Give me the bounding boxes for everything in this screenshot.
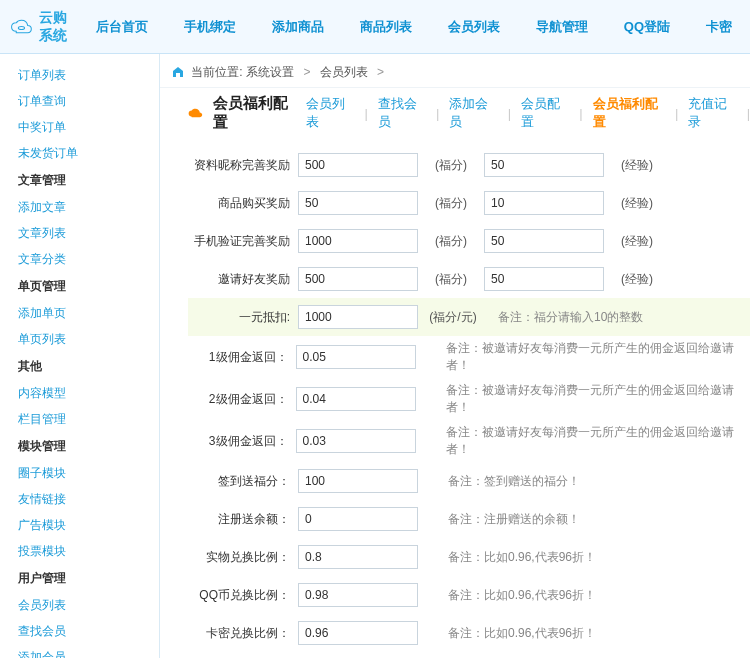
unit-label: (经验) (604, 233, 670, 250)
sidebar-item[interactable]: 会员列表 (18, 592, 159, 618)
sidebar-category: 单页管理 (18, 272, 159, 300)
topnav-item[interactable]: 商品列表 (342, 0, 430, 54)
sidebar-item[interactable]: 添加会员 (18, 644, 159, 658)
topnav-item[interactable]: 会员列表 (430, 0, 518, 54)
field-label: 实物兑换比例： (188, 549, 298, 566)
form-row: 3级佣金返回：备注：被邀请好友每消费一元所产生的佣金返回给邀请者！ (188, 420, 750, 462)
unit-label: (福分) (418, 195, 484, 212)
input-value[interactable] (296, 429, 416, 453)
input-fufen[interactable] (298, 191, 418, 215)
crumb-prefix: 当前位置: (191, 65, 242, 79)
form-row-highlight: 一元抵扣:(福分/元)备注：福分请输入10的整数 (188, 298, 750, 336)
field-label: 邀请好友奖励 (188, 271, 298, 288)
panel-tab[interactable]: 查找会员 (378, 95, 426, 131)
form-row: 手机验证完善奖励(福分)(经验) (188, 222, 750, 260)
input-fufen[interactable] (298, 153, 418, 177)
form-row: 商品购买奖励(福分)(经验) (188, 184, 750, 222)
field-label: 1级佣金返回： (188, 349, 296, 366)
input-jingyan[interactable] (484, 229, 604, 253)
field-note: 备注：比如0.96,代表96折！ (418, 587, 596, 604)
topnav-item[interactable]: 添加商品 (254, 0, 342, 54)
input-value[interactable] (296, 387, 416, 411)
panel-tab[interactable]: 会员福利配置 (593, 95, 665, 131)
unit-label: (福分) (418, 271, 484, 288)
sidebar-category: 模块管理 (18, 432, 159, 460)
form-row: 邀请好友奖励(福分)(经验) (188, 260, 750, 298)
input-value[interactable] (298, 469, 418, 493)
form-row: 注册送余额：备注：注册赠送的余额！ (188, 500, 750, 538)
input-value[interactable] (298, 583, 418, 607)
sidebar-item[interactable]: 添加文章 (18, 194, 159, 220)
form-row: 资料昵称完善奖励(福分)(经验) (188, 146, 750, 184)
sidebar-item[interactable]: 订单查询 (18, 88, 159, 114)
top-nav: 后台首页手机绑定添加商品商品列表会员列表导航管理QQ登陆卡密 (78, 0, 750, 54)
field-label: 2级佣金返回： (188, 391, 296, 408)
input-jingyan[interactable] (484, 191, 604, 215)
input-fufen[interactable] (298, 229, 418, 253)
sidebar-item[interactable]: 查找会员 (18, 618, 159, 644)
field-label: 3级佣金返回： (188, 433, 296, 450)
topnav-item[interactable]: 卡密 (688, 0, 750, 54)
sidebar-category: 用户管理 (18, 564, 159, 592)
sidebar-category: 文章管理 (18, 166, 159, 194)
svg-point-0 (18, 26, 24, 29)
topnav-item[interactable]: 后台首页 (78, 0, 166, 54)
input-value[interactable] (298, 621, 418, 645)
sidebar-item[interactable]: 文章列表 (18, 220, 159, 246)
cloud-icon (10, 16, 35, 38)
sidebar-item[interactable]: 栏目管理 (18, 406, 159, 432)
sidebar-item[interactable]: 内容模型 (18, 380, 159, 406)
sidebar-item[interactable]: 添加单页 (18, 300, 159, 326)
field-note: 备注：被邀请好友每消费一元所产生的佣金返回给邀请者！ (416, 382, 750, 416)
field-label: 资料昵称完善奖励 (188, 157, 298, 174)
input-jingyan[interactable] (484, 267, 604, 291)
input-fufen[interactable] (298, 267, 418, 291)
input-value[interactable] (298, 545, 418, 569)
field-note: 备注：签到赠送的福分！ (418, 473, 580, 490)
field-label: 一元抵扣: (188, 309, 298, 326)
logo-text: 云购系统 (39, 9, 78, 45)
field-label: 商品购买奖励 (188, 195, 298, 212)
form-row: QQ币兑换比例：备注：比如0.96,代表96折！ (188, 576, 750, 614)
sidebar-item[interactable]: 投票模块 (18, 538, 159, 564)
sidebar-item[interactable]: 订单列表 (18, 62, 159, 88)
sidebar-item[interactable]: 单页列表 (18, 326, 159, 352)
unit-label: (福分/元) (418, 309, 488, 326)
form: 资料昵称完善奖励(福分)(经验)商品购买奖励(福分)(经验)手机验证完善奖励(福… (188, 140, 750, 658)
field-label: 签到送福分： (188, 473, 298, 490)
field-note: 备注：被邀请好友每消费一元所产生的佣金返回给邀请者！ (416, 340, 750, 374)
unit-label: (经验) (604, 157, 670, 174)
cloud-orange-icon (188, 107, 203, 119)
field-note: 备注：比如0.96,代表96折！ (418, 625, 596, 642)
field-label: QQ币兑换比例： (188, 587, 298, 604)
form-row: 卡密兑换比例：备注：比如0.96,代表96折！ (188, 614, 750, 652)
sidebar-item[interactable]: 中奖订单 (18, 114, 159, 140)
logo: 云购系统 (10, 9, 78, 45)
sidebar-item[interactable]: 广告模块 (18, 512, 159, 538)
unit-label: (经验) (604, 195, 670, 212)
sidebar-item[interactable]: 未发货订单 (18, 140, 159, 166)
form-row: 1级佣金返回：备注：被邀请好友每消费一元所产生的佣金返回给邀请者！ (188, 336, 750, 378)
sidebar-item[interactable]: 文章分类 (18, 246, 159, 272)
input-jingyan[interactable] (484, 153, 604, 177)
unit-label: (福分) (418, 233, 484, 250)
field-label: 卡密兑换比例： (188, 625, 298, 642)
sidebar: 订单列表订单查询中奖订单未发货订单文章管理添加文章文章列表文章分类单页管理添加单… (0, 54, 160, 658)
panel-tab[interactable]: 会员列表 (306, 95, 354, 131)
field-note: 备注：比如0.96,代表96折！ (418, 549, 596, 566)
panel-tab[interactable]: 充值记录 (688, 95, 736, 131)
topnav-item[interactable]: 手机绑定 (166, 0, 254, 54)
topnav-item[interactable]: 导航管理 (518, 0, 606, 54)
panel-tabs: 会员福利配置 会员列表|查找会员|添加会员|会员配置|会员福利配置|充值记录| (188, 88, 750, 140)
crumb-link-b[interactable]: 会员列表 (320, 65, 368, 79)
input-dikou[interactable] (298, 305, 418, 329)
sidebar-item[interactable]: 友情链接 (18, 486, 159, 512)
panel-tab[interactable]: 会员配置 (521, 95, 569, 131)
sidebar-item[interactable]: 圈子模块 (18, 460, 159, 486)
input-value[interactable] (298, 507, 418, 531)
main: 当前位置: 系统设置 > 会员列表 > 会员福利配置 会员列表|查找会员|添加会… (160, 54, 750, 658)
panel-tab[interactable]: 添加会员 (449, 95, 497, 131)
crumb-link-a[interactable]: 系统设置 (246, 65, 294, 79)
topnav-item[interactable]: QQ登陆 (606, 0, 688, 54)
input-value[interactable] (296, 345, 416, 369)
